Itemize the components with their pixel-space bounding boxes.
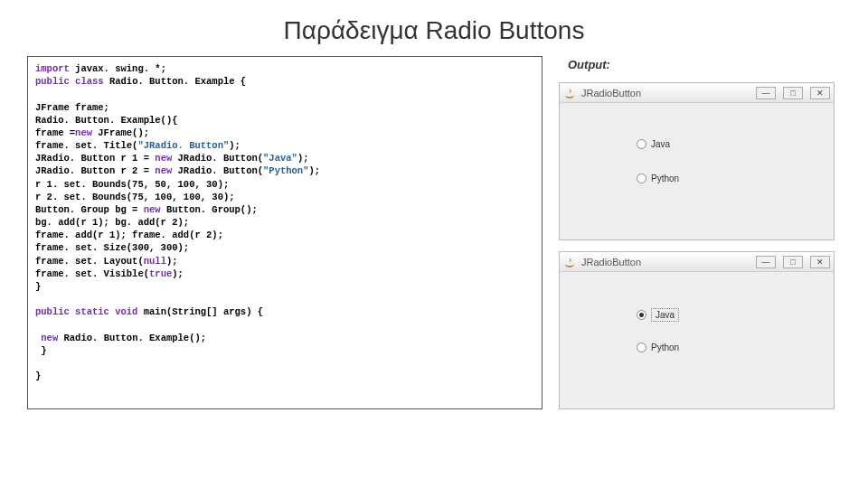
kw: new <box>41 333 58 343</box>
minimize-button[interactable]: — <box>756 87 776 99</box>
radio-icon <box>637 343 646 352</box>
code-text: bg. add(r 1); bg. add(r 2); <box>35 217 189 228</box>
code-text: } <box>35 371 41 381</box>
window-titlebar: JRadioButton — □ ✕ <box>560 252 834 272</box>
code-text: main(String[] args) { <box>137 306 263 317</box>
radio-java-selected[interactable]: Java <box>637 308 679 322</box>
kw: new <box>155 153 172 164</box>
kw: public class <box>35 76 104 87</box>
kw: public static void <box>35 306 137 317</box>
radio-label: Python <box>651 174 679 183</box>
maximize-button[interactable]: □ <box>783 87 803 99</box>
code-text: frame. set. Layout( <box>35 256 144 267</box>
close-button[interactable]: ✕ <box>810 256 830 268</box>
radio-icon <box>637 174 646 183</box>
radio-label-focused: Java <box>651 308 679 322</box>
content-row: import javax. swing. *; public class Rad… <box>0 56 868 409</box>
window-title-text: JRadioButton <box>581 257 749 267</box>
code-text: Radio. Button. Example { <box>104 76 247 87</box>
code-box: import javax. swing. *; public class Rad… <box>27 56 542 409</box>
code-text: ); <box>297 153 309 164</box>
code-text: frame. set. Size(300, 300); <box>35 242 189 253</box>
window-body: Java Python <box>560 272 834 408</box>
kw: new <box>144 204 161 215</box>
code-text: ); <box>229 140 241 151</box>
java-window-unselected: JRadioButton — □ ✕ Java Python <box>559 82 835 240</box>
java-window-selected: JRadioButton — □ ✕ Java Python <box>559 251 835 409</box>
close-button[interactable]: ✕ <box>810 87 830 99</box>
code-text: JRadio. Button r 2 = <box>35 165 155 176</box>
radio-icon <box>637 139 646 149</box>
slide-title: Παράδειγμα Radio Buttons <box>0 0 868 56</box>
code-text: JRadio. Button r 1 = <box>35 153 155 164</box>
code-text: javax. swing. *; <box>70 63 166 74</box>
str: "Java" <box>263 153 297 164</box>
java-cup-icon <box>563 256 576 268</box>
code-text: ); <box>166 256 178 267</box>
kw: null <box>144 256 166 267</box>
window-body: Java Python <box>560 103 834 239</box>
code-text: } <box>35 281 41 292</box>
kw: new <box>155 165 172 176</box>
radio-label: Python <box>651 343 679 352</box>
code-text: frame. add(r 1); frame. add(r 2); <box>35 230 223 240</box>
minimize-button[interactable]: — <box>756 256 776 268</box>
code-text: frame = <box>35 127 75 138</box>
str: "JRadio. Button" <box>137 140 229 151</box>
code-text: JRadio. Button( <box>172 153 263 164</box>
code-text: frame. set. Visible( <box>35 268 149 279</box>
output-label: Output: <box>559 56 841 71</box>
code-text: frame. set. Title( <box>35 140 137 151</box>
window-titlebar: JRadioButton — □ ✕ <box>560 83 834 103</box>
code-text: JRadio. Button( <box>172 165 263 176</box>
code-text: JFrame(); <box>92 127 149 138</box>
output-column: Output: JRadioButton — □ ✕ Java Python <box>559 56 841 409</box>
kw: true <box>149 268 172 279</box>
code-text: Button. Group bg = <box>35 204 144 215</box>
maximize-button[interactable]: □ <box>783 256 803 268</box>
code-text: r 2. set. Bounds(75, 100, 100, 30); <box>35 192 235 202</box>
str: "Python" <box>263 165 308 176</box>
code-text: Radio. Button. Example(); <box>58 333 206 343</box>
code-text: r 1. set. Bounds(75, 50, 100, 30); <box>35 179 229 190</box>
kw: import <box>35 63 70 74</box>
code-text: JFrame frame; <box>35 102 109 113</box>
code-text: ); <box>308 165 320 176</box>
radio-java[interactable]: Java <box>637 139 670 149</box>
code-text: } <box>35 345 47 356</box>
radio-python[interactable]: Python <box>637 343 679 352</box>
java-cup-icon <box>563 87 576 99</box>
code-text: ); <box>172 268 184 279</box>
kw: new <box>75 127 92 138</box>
radio-label: Java <box>651 139 670 149</box>
radio-icon-selected <box>637 310 646 320</box>
code-text: Radio. Button. Example(){ <box>35 115 178 126</box>
code-text: Button. Group(); <box>161 204 258 215</box>
radio-python[interactable]: Python <box>637 174 679 183</box>
window-title-text: JRadioButton <box>581 88 749 99</box>
